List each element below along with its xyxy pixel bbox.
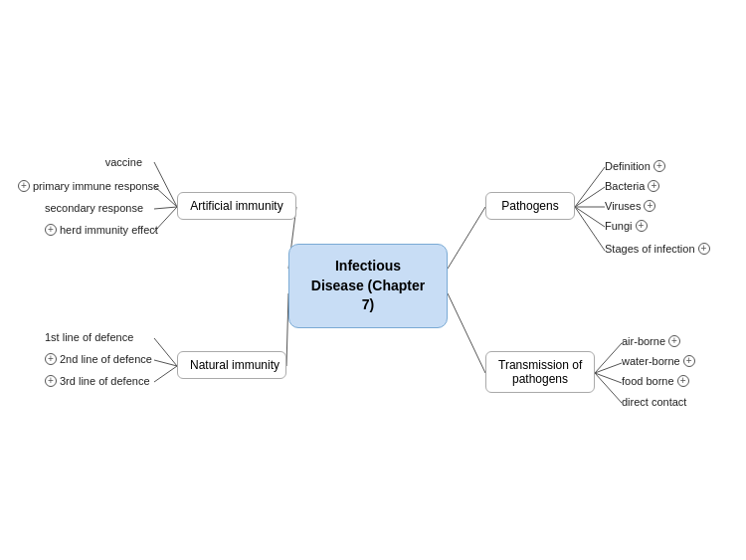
leaf-fungi: Fungi +: [605, 220, 648, 232]
leaf-viruses: Viruses +: [605, 200, 655, 212]
plus-icon-def[interactable]: +: [653, 160, 665, 172]
leaf-3rd-defence: + 3rd line of defence: [45, 375, 150, 387]
leaf-vaccine: vaccine: [105, 156, 142, 168]
branch-transmission[interactable]: Transmission ofpathogens: [485, 351, 595, 393]
svg-line-14: [154, 360, 177, 366]
svg-line-8: [575, 167, 605, 207]
leaf-bacteria: Bacteria +: [605, 180, 659, 192]
center-node: Infectious Disease (Chapter 7): [288, 244, 448, 328]
leaf-herd-immunity: + herd immunity effect: [45, 224, 158, 236]
branch-artificial-immunity[interactable]: Artificial immunity: [177, 192, 296, 220]
leaf-secondary-response: secondary response: [45, 202, 143, 214]
svg-line-6: [154, 207, 177, 209]
leaf-primary-immune: + primary immune response: [18, 180, 159, 192]
branch-natural-immunity[interactable]: Natural immunity: [177, 351, 286, 379]
plus-icon-2nd[interactable]: +: [45, 353, 57, 365]
leaf-waterborne: water-borne +: [622, 355, 695, 367]
svg-line-12: [575, 207, 605, 251]
plus-icon-food[interactable]: +: [677, 375, 689, 387]
plus-icon-sta[interactable]: +: [698, 243, 710, 255]
svg-line-3: [448, 293, 485, 373]
plus-icon[interactable]: +: [18, 180, 30, 192]
plus-icon-herd[interactable]: +: [45, 224, 57, 236]
svg-line-9: [575, 187, 605, 207]
svg-line-11: [575, 207, 605, 227]
svg-line-15: [154, 366, 177, 382]
plus-icon-water[interactable]: +: [683, 355, 695, 367]
leaf-definition: Definition +: [605, 160, 665, 172]
leaf-stages: Stages of infection +: [605, 243, 710, 255]
plus-icon-vir[interactable]: +: [644, 200, 655, 212]
plus-icon-3rd[interactable]: +: [45, 375, 57, 387]
leaf-2nd-defence: + 2nd line of defence: [45, 353, 152, 365]
svg-line-13: [154, 338, 177, 366]
plus-icon-bac[interactable]: +: [648, 180, 659, 192]
branch-pathogens[interactable]: Pathogens: [485, 192, 575, 220]
leaf-foodborne: food borne +: [622, 375, 689, 387]
svg-line-1: [448, 207, 485, 269]
leaf-direct-contact: direct contact: [622, 396, 686, 408]
leaf-1st-defence: 1st line of defence: [45, 331, 133, 343]
plus-icon-air[interactable]: +: [668, 335, 680, 347]
plus-icon-fun[interactable]: +: [636, 220, 648, 232]
leaf-airborne: air-borne +: [622, 335, 680, 347]
